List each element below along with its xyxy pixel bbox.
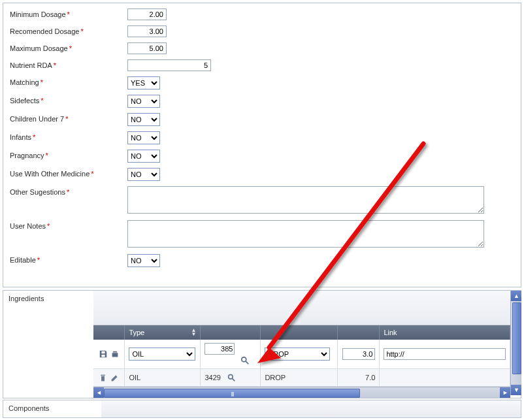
ingredients-filter-band (93, 291, 510, 325)
scroll-left-icon[interactable]: ◄ (93, 387, 104, 398)
ingredient-unit-cell: DROP (261, 369, 338, 386)
children-under-7-select[interactable]: NO (127, 113, 160, 126)
ingredient-type-cell: OIL (125, 369, 201, 386)
label-user-notes: User Notes* (3, 218, 125, 234)
pragnancy-select[interactable]: NO (127, 150, 160, 163)
label-other-sugestions: Other Sugestions* (3, 184, 125, 201)
label-children-under-7: Children Under 7* (3, 110, 125, 127)
cancel-icon[interactable] (110, 349, 120, 359)
lookup-icon[interactable] (227, 373, 237, 382)
ingredients-header-row: Type ▲▼ Link (93, 325, 510, 340)
save-icon[interactable] (99, 349, 108, 359)
form-panel: Minimum Dosage* Recomended Dosage* Maxim… (3, 3, 521, 287)
ingredients-horizontal-scrollbar[interactable]: ◄ |||| ► (93, 387, 510, 398)
header-unit (261, 325, 338, 340)
ingredients-title: Ingredients (3, 291, 93, 398)
recommended-dosage-input[interactable] (127, 25, 167, 37)
label-minimum-dosage: Minimum Dosage* (3, 6, 125, 23)
ingredient-unit-select[interactable]: DROP (265, 347, 330, 361)
label-matching: Matching* (3, 74, 125, 91)
infants-select[interactable]: NO (127, 131, 160, 144)
use-with-other-medicine-select[interactable]: NO (127, 168, 160, 181)
user-notes-textarea[interactable] (127, 220, 484, 248)
ingredients-vertical-scrollbar[interactable]: ▲ ▼ (510, 291, 521, 395)
maximum-dosage-input[interactable] (127, 42, 167, 54)
header-actions (93, 325, 125, 340)
ingredient-code-input[interactable] (205, 343, 235, 355)
minimum-dosage-input[interactable] (127, 8, 167, 20)
ingredient-edit-row: OIL DROP (93, 340, 510, 369)
scroll-down-icon[interactable]: ▼ (511, 385, 521, 395)
nutrient-rda-input[interactable] (127, 59, 211, 71)
other-sugestions-textarea[interactable] (127, 186, 484, 214)
ingredient-type-select[interactable]: OIL (129, 347, 195, 361)
matching-select[interactable]: YES (127, 76, 160, 89)
sidefects-select[interactable]: NO (127, 95, 160, 108)
label-recommended-dosage: Recomended Dosage* (3, 23, 125, 40)
label-sidefects: Sidefects* (3, 92, 125, 109)
components-title: Components (3, 400, 101, 418)
ingredients-panel: Ingredients Type ▲▼ Link (3, 290, 521, 398)
ingredient-code-cell: 3429 (205, 374, 220, 381)
svg-line-1 (246, 361, 248, 364)
svg-point-2 (229, 374, 233, 379)
edit-icon[interactable] (110, 373, 120, 382)
header-type[interactable]: Type ▲▼ (125, 325, 201, 340)
ingredient-qty-input[interactable] (342, 348, 375, 360)
ingredient-link-input[interactable] (384, 348, 506, 360)
label-editable: Editable* (3, 251, 125, 268)
ingredient-row: OIL 3429 DROP 7.0 (93, 369, 510, 387)
label-maximum-dosage: Maximum Dosage* (3, 40, 125, 57)
label-nutrient-rda: Nutrient RDA* (3, 57, 125, 74)
lookup-icon[interactable] (240, 356, 250, 365)
label-infants: Infants* (3, 129, 125, 146)
label-use-with-other-medicine: Use With Other Medicine* (3, 165, 125, 182)
header-link[interactable]: Link (380, 325, 510, 340)
sort-icon: ▲▼ (191, 329, 196, 336)
label-pragnancy: Pragnancy* (3, 147, 125, 164)
ingredient-qty-cell: 7.0 (338, 369, 380, 386)
header-qty (338, 325, 380, 340)
components-panel: Components (3, 400, 521, 418)
scroll-up-icon[interactable]: ▲ (511, 291, 521, 301)
svg-point-0 (242, 357, 246, 362)
horizontal-scroll-thumb[interactable]: |||| (104, 389, 360, 398)
components-filter-band (101, 400, 521, 418)
scroll-right-icon[interactable]: ► (500, 387, 510, 398)
header-code (201, 325, 261, 340)
editable-select[interactable]: NO (127, 254, 160, 267)
ingredient-link-cell (380, 369, 510, 386)
delete-icon[interactable] (99, 373, 108, 382)
vertical-scroll-thumb[interactable] (512, 302, 521, 374)
svg-line-3 (233, 378, 235, 381)
